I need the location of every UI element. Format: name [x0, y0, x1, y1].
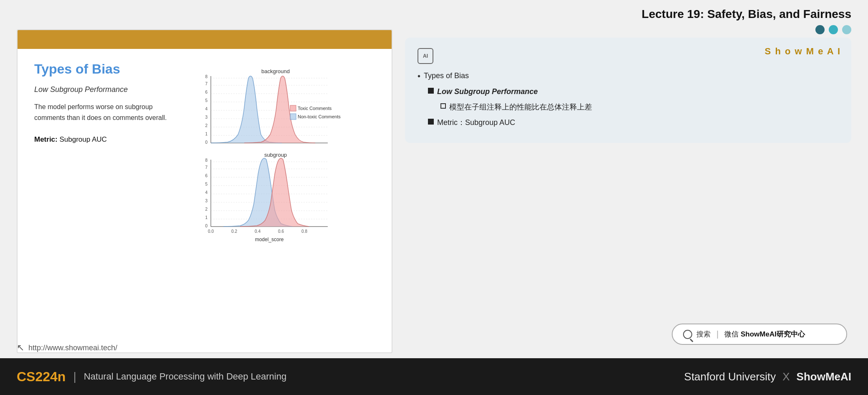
svg-text:4: 4: [205, 107, 208, 111]
nontoxic-legend-swatch: [290, 114, 296, 120]
bottom-divider: |: [73, 370, 76, 383]
chart-area: background 0 1 2 3 4 5 6 7 8: [176, 61, 375, 340]
search-label: 搜索: [696, 329, 711, 339]
slide-title: Types of Bias: [34, 61, 168, 77]
svg-text:1: 1: [205, 132, 208, 136]
url-bar: ↖ http://www.showmeai.tech/: [17, 342, 117, 353]
course-name: Natural Language Processing with Deep Le…: [84, 371, 287, 382]
slide-metric: Metric: Subgroup AUC: [34, 135, 168, 144]
university-name: Stanford University: [684, 370, 776, 383]
background-label: background: [261, 68, 290, 74]
bottom-bar: CS224n | Natural Language Processing wit…: [0, 358, 868, 395]
lecture-title: Lecture 19: Safety, Bias, and Fairness: [642, 8, 851, 21]
svg-text:8: 8: [205, 74, 208, 79]
ai-badge: AI: [418, 48, 433, 64]
main-content: Types of Bias Low Subgroup Performance T…: [0, 25, 868, 357]
metric-value: Subgroup AUC: [58, 135, 107, 143]
toxic-legend-label: Toxic Comments: [298, 106, 332, 111]
svg-text:3: 3: [205, 199, 208, 203]
svg-text:4: 4: [205, 190, 208, 195]
bullet-dot-1: •: [418, 70, 420, 82]
note-item-3: 模型在子组注释上的性能比在总体注释上差: [440, 102, 839, 113]
note-item-4: Metric：Subgroup AUC: [428, 117, 839, 128]
bullet-outline-3: [440, 103, 446, 109]
slide-panel: Types of Bias Low Subgroup Performance T…: [17, 29, 392, 353]
url-text[interactable]: http://www.showmeai.tech/: [28, 344, 117, 352]
svg-text:0: 0: [205, 140, 208, 145]
bottom-left: CS224n | Natural Language Processing wit…: [17, 369, 286, 385]
svg-text:8: 8: [205, 158, 208, 163]
metric-label: Metric:: [34, 135, 58, 143]
showmeai-card: AI S h o w M e A I • Types of Bias Low S…: [405, 38, 851, 143]
toxic-legend-swatch: [290, 105, 296, 111]
svg-text:1: 1: [205, 215, 208, 220]
bullet-square-4: [428, 119, 434, 125]
svg-text:0.6: 0.6: [278, 229, 284, 234]
note-text-3: 模型在子组注释上的性能比在总体注释上差: [449, 102, 592, 113]
search-bar[interactable]: 搜索 | 微信 ShowMeAI研究中心: [672, 324, 847, 345]
bullet-square-2: [428, 88, 434, 94]
svg-text:6: 6: [205, 90, 208, 94]
note-item-2: Low Subgroup Performance: [428, 86, 839, 97]
notes-panel: AI S h o w M e A I • Types of Bias Low S…: [405, 29, 851, 353]
svg-text:3: 3: [205, 115, 208, 120]
search-divider: |: [716, 329, 719, 339]
bottom-right: Stanford University X ShowMeAI: [684, 370, 851, 383]
x-separator: X: [782, 370, 790, 383]
svg-text:2: 2: [205, 123, 208, 128]
slide-subtitle: Low Subgroup Performance: [34, 85, 168, 94]
note-text-2: Low Subgroup Performance: [437, 86, 538, 97]
brand-text: ShowMeAI: [797, 370, 851, 383]
nontoxic-legend-label: Non-toxic Comments: [298, 114, 341, 119]
svg-text:0.8: 0.8: [301, 229, 307, 234]
search-text: 微信 ShowMeAI研究中心: [724, 329, 805, 339]
svg-text:6: 6: [205, 173, 208, 178]
svg-text:7: 7: [205, 82, 208, 86]
subgroup-label: subgroup: [264, 152, 287, 158]
slide-text-col: Types of Bias Low Subgroup Performance T…: [34, 61, 168, 340]
course-code: CS224n: [17, 369, 66, 385]
slide-header-bar: [18, 30, 392, 49]
svg-text:2: 2: [205, 207, 208, 212]
svg-text:7: 7: [205, 165, 208, 170]
x-axis-label: model_score: [255, 237, 284, 242]
svg-text:0.0: 0.0: [208, 229, 214, 234]
svg-text:0.4: 0.4: [255, 229, 261, 234]
note-item-1: • Types of Bias: [418, 70, 839, 82]
svg-text:5: 5: [205, 182, 208, 186]
cursor-icon: ↖: [17, 342, 24, 353]
slide-description: The model performs worse on subgroup com…: [34, 102, 168, 123]
note-text-1: Types of Bias: [424, 70, 469, 82]
svg-text:0.2: 0.2: [231, 229, 237, 234]
svg-text:0: 0: [205, 224, 208, 228]
slide-body: Types of Bias Low Subgroup Performance T…: [18, 49, 392, 352]
distributions-chart: background 0 1 2 3 4 5 6 7 8: [198, 66, 353, 266]
svg-text:5: 5: [205, 98, 208, 103]
note-text-4: Metric：Subgroup AUC: [437, 117, 515, 128]
search-icon: [683, 330, 692, 339]
notes-list: • Types of Bias Low Subgroup Performance…: [418, 70, 839, 128]
showmeai-brand: S h o w M e A I: [765, 46, 841, 57]
